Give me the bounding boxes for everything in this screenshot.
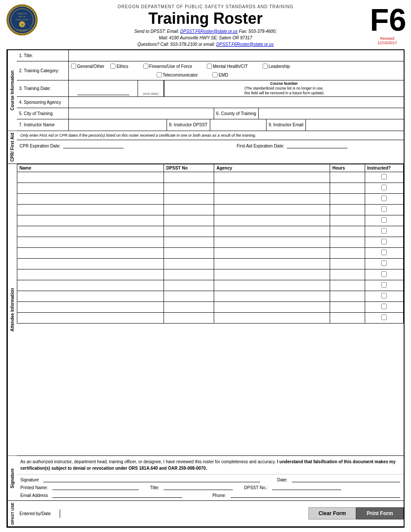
signature-input[interactable] — [43, 477, 260, 482]
attendee-hours-input[interactable] — [330, 226, 364, 237]
attendee-name-input[interactable] — [17, 172, 164, 183]
attendee-name-input[interactable] — [17, 215, 164, 226]
sponsoring-agency-input[interactable] — [71, 100, 401, 105]
cb-general[interactable]: General/Other — [71, 64, 104, 69]
attendee-instructed-checkbox[interactable] — [381, 239, 387, 244]
attendee-instructed-checkbox[interactable] — [381, 174, 387, 179]
attendee-agency-input[interactable] — [214, 237, 330, 247]
cb-telecomm[interactable]: Telecommunicator — [157, 72, 198, 77]
attendee-agency-input[interactable] — [214, 259, 330, 269]
attendee-agency-input[interactable] — [214, 248, 330, 258]
cb-mental[interactable]: Mental Health/CIT — [207, 64, 248, 69]
attendee-name-input[interactable] — [17, 194, 164, 204]
attendee-dpsst-input[interactable] — [164, 291, 214, 301]
attendee-dpsst-input[interactable] — [164, 226, 214, 237]
attendee-agency-input[interactable] — [214, 205, 330, 215]
attendee-hours-input[interactable] — [330, 259, 364, 269]
attendee-agency-input[interactable] — [214, 280, 330, 291]
attendee-name-input[interactable] — [17, 302, 164, 312]
attendee-name-input[interactable] — [17, 259, 164, 269]
attendee-dpsst-input[interactable] — [164, 215, 214, 226]
attendee-instructed-checkbox[interactable] — [381, 206, 387, 212]
attendee-dpsst-input[interactable] — [164, 194, 214, 204]
printed-name-input[interactable] — [52, 485, 139, 490]
attendee-dpsst-input[interactable] — [164, 248, 214, 258]
attendee-hours-input[interactable] — [330, 291, 364, 301]
attendee-instructed-checkbox[interactable] — [381, 195, 387, 201]
date-input[interactable] — [292, 477, 400, 482]
attendee-instructed-checkbox[interactable] — [381, 260, 387, 266]
attendee-instructed-checkbox[interactable] — [381, 314, 387, 320]
attendee-agency-input[interactable] — [214, 215, 330, 226]
cb-firearms[interactable]: Firearms/Use of Force — [143, 64, 192, 69]
firstaid-expiration-input[interactable] — [287, 143, 347, 148]
attendee-name-input[interactable] — [17, 313, 164, 323]
city-input[interactable] — [71, 111, 212, 116]
attendee-dpsst-input[interactable] — [164, 269, 214, 280]
attendee-instructed-checkbox[interactable] — [381, 228, 387, 234]
phone-input[interactable] — [231, 493, 400, 498]
attendee-dpsst-input[interactable] — [164, 313, 214, 323]
attendee-dpsst-input[interactable] — [164, 183, 214, 193]
attendee-hours-input[interactable] — [330, 172, 364, 183]
attendee-name-input[interactable] — [17, 248, 164, 258]
attendee-hours-input[interactable] — [330, 215, 364, 226]
attendee-name-input[interactable] — [17, 205, 164, 215]
attendee-name-input[interactable] — [17, 183, 164, 193]
training-date-start[interactable] — [77, 90, 129, 95]
attendee-name-input[interactable] — [17, 237, 164, 247]
cb-emd[interactable]: EMD — [212, 72, 228, 77]
attendee-hours-input[interactable] — [330, 269, 364, 280]
attendee-hours-input[interactable] — [330, 313, 364, 323]
attendee-name-input[interactable] — [17, 226, 164, 237]
title-input-sig[interactable] — [164, 485, 233, 490]
clear-form-button[interactable]: Clear Form — [308, 507, 356, 519]
attendee-agency-input[interactable] — [214, 172, 330, 183]
attendee-dpsst-input[interactable] — [164, 280, 214, 291]
attendee-instructed-checkbox[interactable] — [381, 282, 387, 288]
dpsst-no-input[interactable] — [272, 485, 341, 490]
cb-leadership[interactable]: Leadership — [263, 64, 290, 69]
instructor-email-input[interactable] — [308, 122, 401, 127]
attendee-hours-input[interactable] — [330, 194, 364, 204]
attendee-dpsst-input[interactable] — [164, 237, 214, 247]
attendee-dpsst-input[interactable] — [164, 205, 214, 215]
attendee-hours-input[interactable] — [330, 183, 364, 193]
attendee-instructed-checkbox[interactable] — [381, 304, 387, 309]
send-email-link[interactable]: DPSST.F6Roster@state.or.us — [180, 29, 238, 34]
attendee-agency-input[interactable] — [214, 313, 330, 323]
county-label: 6. County of Training — [214, 108, 259, 119]
print-form-button[interactable]: Print Form — [356, 507, 404, 519]
attendee-agency-input[interactable] — [214, 226, 330, 237]
email-address-input[interactable] — [52, 493, 182, 498]
entered-value-input[interactable] — [63, 511, 306, 516]
instructor-name-input[interactable] — [71, 122, 164, 127]
attendee-dpsst-input[interactable] — [164, 172, 214, 183]
attendee-instructed-checkbox[interactable] — [381, 185, 387, 190]
cb-ethics[interactable]: Ethics — [110, 64, 128, 69]
attendee-agency-input[interactable] — [214, 269, 330, 280]
attendee-hours-input[interactable] — [330, 237, 364, 247]
attendee-instructed-checkbox[interactable] — [381, 271, 387, 277]
attendee-instructed-checkbox[interactable] — [381, 250, 387, 255]
attendee-hours-input[interactable] — [330, 205, 364, 215]
attendee-name-input[interactable] — [17, 291, 164, 301]
attendee-hours-input[interactable] — [330, 302, 364, 312]
attendee-agency-input[interactable] — [214, 291, 330, 301]
attendee-instructed-checkbox[interactable] — [381, 293, 387, 298]
attendee-name-input[interactable] — [17, 280, 164, 291]
instructor-dpsst-input[interactable] — [212, 122, 264, 127]
questions-email-link[interactable]: DPSST.F6Roster@state.or.us — [216, 42, 274, 47]
attendee-name-input[interactable] — [17, 269, 164, 280]
cpr-expiration-input[interactable] — [63, 143, 124, 148]
attendee-agency-input[interactable] — [214, 302, 330, 312]
attendee-instructed-checkbox[interactable] — [381, 217, 387, 223]
attendee-dpsst-input[interactable] — [164, 302, 214, 312]
title-input[interactable] — [71, 53, 401, 58]
attendee-hours-input[interactable] — [330, 248, 364, 258]
county-input[interactable] — [261, 111, 401, 116]
attendee-dpsst-input[interactable] — [164, 259, 214, 269]
attendee-agency-input[interactable] — [214, 194, 330, 204]
attendee-hours-input[interactable] — [330, 280, 364, 291]
attendee-agency-input[interactable] — [214, 183, 330, 193]
